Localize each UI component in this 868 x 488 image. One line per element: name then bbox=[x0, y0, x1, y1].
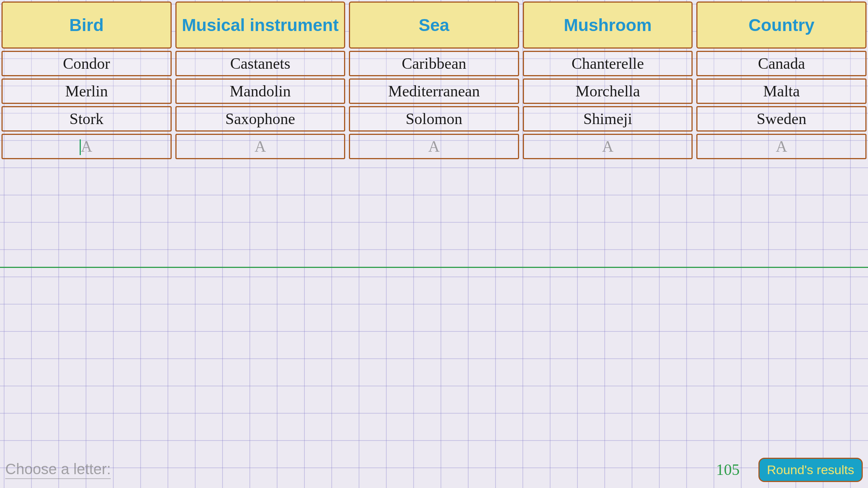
choose-letter-button[interactable]: Choose a letter: bbox=[5, 461, 111, 479]
answer-cell: Mediterranean bbox=[349, 78, 519, 104]
answer-text: Mediterranean bbox=[388, 82, 480, 100]
divider-line bbox=[0, 267, 868, 268]
round-results-button[interactable]: Round's results bbox=[758, 458, 863, 482]
answer-cell: Castanets bbox=[175, 51, 346, 76]
answer-cell: Sweden bbox=[696, 106, 867, 132]
answer-text: Chanterelle bbox=[571, 55, 644, 72]
answer-cell: Chanterelle bbox=[523, 51, 693, 76]
category-header-country[interactable]: Country bbox=[696, 1, 867, 49]
answer-input-country[interactable] bbox=[697, 135, 865, 158]
answer-cell: Solomon bbox=[349, 106, 519, 132]
answer-text: Shimeji bbox=[583, 110, 632, 128]
answer-text: Solomon bbox=[406, 110, 463, 128]
game-board: Bird Musical instrument Sea Mushroom Cou… bbox=[0, 0, 868, 163]
answer-text: Castanets bbox=[230, 55, 290, 72]
answer-text: Morchella bbox=[576, 82, 640, 100]
table-row: Condor Castanets Caribbean Chanterelle C… bbox=[1, 51, 867, 76]
input-cell-instrument[interactable] bbox=[175, 134, 346, 159]
input-cell-country[interactable] bbox=[696, 134, 867, 159]
category-header-instrument[interactable]: Musical instrument bbox=[175, 1, 346, 49]
answer-input-sea[interactable] bbox=[350, 135, 518, 158]
answer-text: Condor bbox=[63, 55, 110, 72]
category-label: Country bbox=[749, 16, 815, 34]
answer-text: Mandolin bbox=[230, 82, 291, 100]
category-header-mushroom[interactable]: Mushroom bbox=[523, 1, 693, 49]
category-header-bird[interactable]: Bird bbox=[1, 1, 172, 49]
input-cell-sea[interactable] bbox=[349, 134, 519, 159]
answer-text: Merlin bbox=[65, 82, 108, 100]
bottom-bar: Choose a letter: 105 Round's results bbox=[0, 451, 868, 488]
input-cell-bird[interactable] bbox=[1, 134, 172, 159]
answer-cell: Shimeji bbox=[523, 106, 693, 132]
table-row: Merlin Mandolin Mediterranean Morchella … bbox=[1, 78, 867, 104]
answer-text: Saxophone bbox=[226, 110, 295, 128]
answer-text: Caribbean bbox=[402, 55, 466, 72]
category-label: Mushroom bbox=[564, 16, 652, 34]
answer-cell: Morchella bbox=[523, 78, 693, 104]
answer-input-mushroom[interactable] bbox=[524, 135, 692, 158]
category-label: Bird bbox=[69, 16, 104, 34]
answer-cell: Canada bbox=[696, 51, 867, 76]
category-header-sea[interactable]: Sea bbox=[349, 1, 519, 49]
answer-cell: Merlin bbox=[1, 78, 172, 104]
table-row: Stork Saxophone Solomon Shimeji Sweden bbox=[1, 106, 867, 132]
answer-cell: Caribbean bbox=[349, 51, 519, 76]
score-value: 105 bbox=[716, 461, 740, 479]
answer-cell: Stork bbox=[1, 106, 172, 132]
answer-text: Malta bbox=[763, 82, 800, 100]
input-row bbox=[1, 134, 867, 159]
input-cell-mushroom[interactable] bbox=[523, 134, 693, 159]
answer-cell: Condor bbox=[1, 51, 172, 76]
answer-text: Sweden bbox=[757, 110, 806, 128]
answer-cell: Malta bbox=[696, 78, 867, 104]
text-caret bbox=[80, 139, 81, 155]
answer-text: Canada bbox=[758, 55, 805, 72]
answer-cell: Mandolin bbox=[175, 78, 346, 104]
answer-input-instrument[interactable] bbox=[177, 135, 344, 158]
answer-cell: Saxophone bbox=[175, 106, 346, 132]
header-row: Bird Musical instrument Sea Mushroom Cou… bbox=[1, 1, 867, 49]
answer-input-bird[interactable] bbox=[3, 135, 171, 158]
category-label: Musical instrument bbox=[182, 16, 338, 34]
category-label: Sea bbox=[419, 16, 450, 34]
answer-text: Stork bbox=[70, 110, 104, 128]
